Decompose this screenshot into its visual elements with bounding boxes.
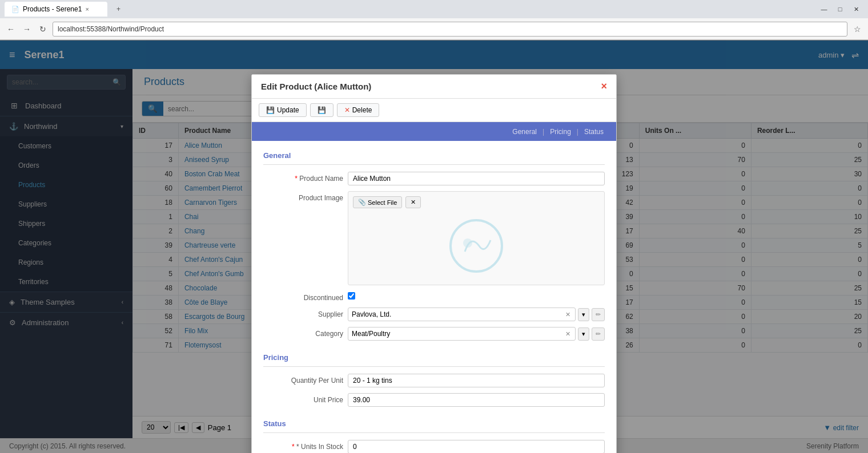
browser-controls: ← → ↻ ☆ (0, 18, 868, 40)
discontinued-checkbox[interactable] (348, 292, 355, 300)
discontinued-label: Discontinued (263, 291, 343, 302)
pricing-section-title: Pricing (263, 350, 605, 367)
category-value: Meat/Poultry (352, 330, 390, 338)
product-image-row: Product Image 📎 Select File ✕ (263, 191, 605, 285)
floppy-icon: 💾 (318, 106, 326, 114)
paperclip-icon: 📎 (358, 199, 366, 206)
tab-title: Products - Serene1 (23, 5, 82, 13)
window-minimize-btn[interactable]: — (817, 2, 831, 17)
category-label: Category (263, 327, 343, 338)
image-preview (353, 212, 600, 280)
category-clear-icon[interactable]: ✕ (565, 330, 570, 338)
supplier-value: Pavlova, Ltd. (352, 310, 391, 318)
clear-icon: ✕ (411, 199, 416, 206)
modal-body: General Product Name Product Image 📎 Sel… (252, 141, 616, 453)
svg-point-1 (463, 238, 472, 248)
window-controls: — □ ✕ (817, 2, 863, 17)
general-section-title: General (263, 148, 605, 165)
browser-titlebar: 📄 Products - Serene1 × + — □ ✕ (0, 0, 868, 18)
supplier-clear-icon[interactable]: ✕ (565, 311, 570, 318)
select-file-btn[interactable]: 📎 Select File (353, 196, 402, 208)
product-name-label: Product Name (263, 172, 343, 183)
units-in-stock-label: * Units In Stock (263, 440, 343, 451)
unit-price-label: Unit Price (263, 393, 343, 404)
discontinued-row: Discontinued (263, 291, 605, 302)
tab-pricing[interactable]: Pricing (544, 123, 577, 140)
select-file-label: Select File (368, 199, 397, 206)
image-upload-area: 📎 Select File ✕ (348, 191, 605, 285)
delete-btn[interactable]: ✕ Delete (337, 103, 380, 117)
placeholder-image (448, 217, 505, 274)
units-in-stock-input[interactable] (348, 440, 605, 453)
discontinued-checkbox-wrap (348, 291, 355, 300)
back-btn[interactable]: ← (5, 23, 17, 35)
favorites-btn[interactable]: ☆ (851, 23, 863, 35)
status-section-title: Status (263, 416, 605, 433)
browser-tab-active[interactable]: 📄 Products - Serene1 × (5, 2, 107, 17)
edit-product-modal: Edit Product (Alice Mutton) × 💾 Update 💾… (251, 74, 617, 453)
delete-label: Delete (352, 106, 372, 114)
window-close-btn[interactable]: ✕ (849, 2, 863, 17)
category-row: Category Meat/Poultry ✕ ▾ ✏ (263, 327, 605, 341)
product-image-label: Product Image (263, 191, 343, 202)
unit-price-input[interactable] (348, 393, 605, 407)
units-in-stock-row: * Units In Stock (263, 440, 605, 453)
supplier-edit-btn[interactable]: ✏ (592, 308, 605, 321)
modal-close-btn[interactable]: × (601, 80, 607, 92)
refresh-btn[interactable]: ↻ (37, 23, 49, 35)
image-toolbar: 📎 Select File ✕ (353, 196, 600, 208)
delete-icon: ✕ (344, 106, 350, 114)
qty-per-unit-row: Quantity Per Unit (263, 374, 605, 387)
supplier-row: Supplier Pavlova, Ltd. ✕ ▾ ✏ (263, 308, 605, 321)
supplier-arrow-btn[interactable]: ▾ (578, 308, 589, 321)
browser-tab-new[interactable]: + (110, 2, 127, 17)
browser-chrome: 📄 Products - Serene1 × + — □ ✕ ← → ↻ ☆ (0, 0, 868, 41)
product-name-row: Product Name (263, 172, 605, 185)
qty-per-unit-label: Quantity Per Unit (263, 374, 343, 385)
window-restore-btn[interactable]: □ (833, 2, 847, 17)
modal-title: Edit Product (Alice Mutton) (261, 82, 371, 91)
unit-price-row: Unit Price (263, 393, 605, 407)
tab-close-btn[interactable]: × (85, 6, 89, 13)
modal-overlay: Edit Product (Alice Mutton) × 💾 Update 💾… (0, 40, 868, 453)
tab-status[interactable]: Status (578, 123, 609, 140)
category-arrow-btn[interactable]: ▾ (578, 327, 589, 341)
modal-toolbar: 💾 Update 💾 ✕ Delete (252, 99, 616, 122)
supplier-dropdown[interactable]: Pavlova, Ltd. ✕ (348, 308, 576, 321)
category-dropdown-wrap: Meat/Poultry ✕ ▾ ✏ (348, 327, 605, 341)
update-btn[interactable]: 💾 Update (259, 103, 307, 117)
svg-point-0 (451, 220, 502, 272)
product-name-input[interactable] (348, 172, 605, 185)
category-dropdown[interactable]: Meat/Poultry ✕ (348, 327, 576, 341)
forward-btn[interactable]: → (21, 23, 33, 35)
modal-tabs-bar: General | Pricing | Status (252, 122, 616, 141)
supplier-dropdown-wrap: Pavlova, Ltd. ✕ ▾ ✏ (348, 308, 605, 321)
supplier-label: Supplier (263, 308, 343, 318)
modal-header: Edit Product (Alice Mutton) × (252, 75, 616, 99)
save-icon-btn[interactable]: 💾 (310, 103, 333, 117)
category-edit-btn[interactable]: ✏ (592, 327, 605, 341)
qty-per-unit-input[interactable] (348, 374, 605, 387)
address-bar[interactable] (53, 22, 847, 37)
clear-image-btn[interactable]: ✕ (405, 196, 421, 208)
update-icon: 💾 (266, 106, 275, 114)
update-label: Update (277, 106, 299, 114)
tab-general[interactable]: General (507, 123, 542, 140)
